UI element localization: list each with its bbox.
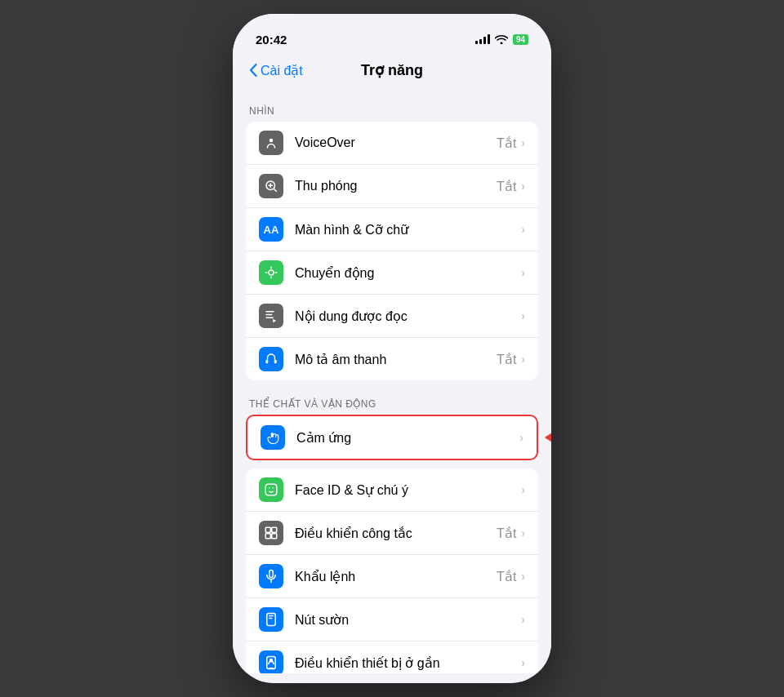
voiceover-value: Tắt (497, 135, 516, 151)
status-bar: 20:42 94 (233, 14, 551, 55)
faceid-label: Face ID & Sự chú ý (295, 482, 521, 498)
voice-icon (259, 564, 283, 588)
side-icon (259, 607, 283, 632)
section-list-nhin: VoiceOver Tắt › Thu phóng Tắt › AA (246, 122, 538, 380)
svg-point-0 (270, 139, 274, 143)
control-chevron: › (521, 656, 525, 669)
list-item-switch[interactable]: Điều khiển công tắc Tắt › (246, 512, 538, 555)
list-item-side[interactable]: Nút sườn › (246, 598, 538, 642)
svg-rect-3 (265, 311, 274, 313)
control-label: Điều khiển thiết bị ở gần (295, 655, 521, 671)
audio-chevron: › (521, 353, 525, 366)
back-label: Cài đặt (261, 63, 303, 78)
spoken-label: Nội dung được đọc (295, 309, 521, 324)
nav-bar: Cài đặt Trợ năng (233, 55, 551, 87)
svg-rect-11 (265, 534, 270, 539)
display-icon: AA (259, 217, 283, 242)
motion-icon (259, 260, 283, 285)
section-nhin: NHÌN VoiceOver Tắt › Thu phóng (233, 100, 551, 380)
display-label: Màn hình & Cỡ chữ (295, 222, 521, 238)
voiceover-chevron: › (521, 136, 525, 149)
spoken-icon (259, 304, 283, 328)
status-time: 20:42 (256, 33, 287, 47)
list-item-motion[interactable]: Chuyển động › (246, 251, 538, 295)
switch-label: Điều khiển công tắc (295, 526, 497, 541)
list-item-touch[interactable]: Cảm ứng › (247, 416, 537, 459)
svg-rect-4 (265, 314, 272, 316)
switch-value: Tắt (497, 526, 516, 541)
list-item-voiceover[interactable]: VoiceOver Tắt › (246, 122, 538, 165)
spoken-chevron: › (521, 309, 525, 322)
svg-rect-7 (274, 360, 277, 364)
touch-icon (261, 425, 285, 450)
svg-rect-10 (272, 527, 277, 532)
zoom-icon (259, 174, 283, 198)
audio-value: Tắt (497, 352, 516, 367)
motion-chevron: › (521, 266, 525, 279)
zoom-value: Tắt (497, 179, 516, 194)
zoom-label: Thu phóng (295, 179, 497, 193)
signal-icon (475, 34, 490, 44)
svg-rect-13 (270, 570, 274, 578)
svg-rect-9 (265, 527, 270, 532)
switch-icon (259, 521, 283, 545)
svg-rect-6 (265, 360, 268, 364)
control-icon (259, 650, 283, 673)
list-item-faceid[interactable]: Face ID & Sự chú ý › (246, 468, 538, 512)
voice-chevron: › (521, 570, 525, 583)
section-header-nhin: NHÌN (233, 100, 551, 122)
svg-rect-12 (272, 534, 277, 539)
svg-rect-5 (265, 317, 274, 319)
svg-point-2 (269, 270, 274, 275)
audio-icon (259, 347, 283, 371)
side-label: Nút sườn (295, 612, 521, 628)
list-item-audio[interactable]: Mô tả âm thanh Tắt › (246, 338, 538, 380)
wifi-icon (495, 34, 508, 44)
arrow-annotation (545, 431, 551, 444)
section-physical: THỂ CHẤT VÀ VẬN ĐỘNG Cảm ứng › (233, 393, 551, 673)
list-item-voice[interactable]: Khẩu lệnh Tắt › (246, 555, 538, 598)
zoom-chevron: › (521, 180, 525, 193)
battery-icon: 94 (513, 34, 528, 45)
list-item-spoken[interactable]: Nội dung được đọc › (246, 295, 538, 338)
faceid-icon (259, 477, 283, 502)
motion-label: Chuyển động (295, 265, 521, 281)
back-button[interactable]: Cài đặt (249, 63, 303, 78)
side-chevron: › (521, 613, 525, 626)
list-item-control[interactable]: Điều khiển thiết bị ở gần › (246, 642, 538, 673)
audio-label: Mô tả âm thanh (295, 352, 497, 367)
voice-label: Khẩu lệnh (295, 569, 497, 584)
voiceover-icon (259, 131, 283, 155)
section-header-physical: THỂ CHẤT VÀ VẬN ĐỘNG (233, 393, 551, 415)
voiceover-label: VoiceOver (295, 135, 497, 150)
phone-frame: 20:42 94 Cài đặt Trợ năng NHÌN (233, 14, 551, 683)
status-icons: 94 (475, 34, 528, 45)
arrow-head (545, 431, 551, 444)
faceid-chevron: › (521, 483, 525, 496)
svg-rect-8 (265, 484, 277, 495)
list-item-display[interactable]: AA Màn hình & Cỡ chữ › (246, 208, 538, 251)
touch-chevron: › (519, 431, 523, 444)
settings-content: NHÌN VoiceOver Tắt › Thu phóng (233, 87, 551, 673)
page-title: Trợ năng (361, 61, 423, 79)
voice-value: Tắt (497, 569, 516, 584)
touch-highlighted-container: Cảm ứng › (246, 415, 538, 460)
section-list-physical: Face ID & Sự chú ý › Điều khiển công tắc… (246, 468, 538, 673)
display-chevron: › (521, 223, 525, 236)
switch-chevron: › (521, 526, 525, 539)
touch-label: Cảm ứng (296, 430, 519, 446)
list-item-zoom[interactable]: Thu phóng Tắt › (246, 165, 538, 208)
